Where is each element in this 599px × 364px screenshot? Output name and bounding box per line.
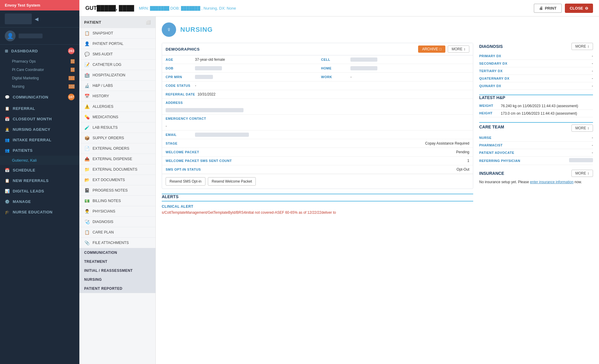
- archive-button[interactable]: ARCHIVE □: [418, 46, 445, 53]
- menu-item-physicians[interactable]: 👨‍⚕️ PHYSICIANS: [79, 206, 155, 217]
- menu-item-hospitalization[interactable]: 🏥 HOSPITALIZATION: [79, 70, 155, 81]
- alerts-section: ALERTS CLINICAL ALERT s/CottTemplateMana…: [162, 194, 473, 215]
- pharmacist-label: PHARMACIST: [479, 143, 503, 147]
- sidebar-item-pt-care[interactable]: Pt Care Coordinator 16: [0, 66, 79, 74]
- sidebar-item-patient-name[interactable]: Gutierrez, Kali: [0, 156, 79, 165]
- two-col-layout: DEMOGRAPHICS ARCHIVE □ MORE ↕: [162, 43, 593, 215]
- dashboard-badge: 283: [68, 48, 75, 54]
- nursing-gender-icon: ♀: [162, 22, 176, 37]
- menu-item-file-attachments[interactable]: 📎 FILE ATTACHMENTS: [79, 238, 155, 248]
- sidebar-item-closeout[interactable]: 📅 CLOSEOUT MONTH: [0, 114, 79, 124]
- care-team-section: CARE TEAM MORE ↕ NURSE - PHARMACIST: [479, 122, 593, 165]
- sidebar-item-intake-referral[interactable]: 👥 INTAKE REFERRAL: [0, 135, 79, 145]
- nursing-badge: 108: [69, 84, 75, 89]
- clinical-alert-text: s/CottTemplateManagement/GetTemplateById…: [162, 210, 473, 215]
- menu-item-lab-results[interactable]: 🧪 LAB RESULTS: [79, 122, 155, 133]
- sidebar-item-pharmacy-ops[interactable]: Pharmacy Ops 32: [0, 57, 79, 66]
- sidebar-item-new-referrals[interactable]: 📋 NEW REFERRALS: [0, 175, 79, 186]
- sidebar-item-schedule[interactable]: 📅 SCHEDULE: [0, 165, 79, 175]
- pt-care-badge: 16: [71, 68, 75, 72]
- code-status-empty: [317, 81, 473, 90]
- external-dispense-icon: 📤: [84, 157, 90, 161]
- welcome-packet-value: Pending: [456, 150, 469, 154]
- menu-item-care-plan[interactable]: 📋 CARE PLAN: [79, 227, 155, 238]
- avatar: 👤: [5, 31, 16, 41]
- sidebar-user-name: [19, 34, 43, 38]
- resend-sms-button[interactable]: Resend SMS Opt-in: [166, 177, 205, 186]
- medications-icon: 💊: [84, 115, 90, 119]
- menu-item-snapshot[interactable]: 📋 SNAPSHOT: [79, 28, 155, 39]
- digital-marketing-badge: 127: [69, 76, 75, 80]
- insurance-more-button[interactable]: MORE ↕: [571, 170, 593, 177]
- sidebar-item-nurse-education[interactable]: 🎓 NURSE EDUCATION: [0, 207, 79, 217]
- weight-row: WEIGHT 76.240 kg on 11/06/2023 11:44:43 …: [479, 102, 593, 110]
- sms-opt-value: Opt-Out: [456, 167, 469, 172]
- print-button[interactable]: 🖨 PRINT: [534, 4, 562, 13]
- patient-menu-header: PATIENT ⬜: [79, 16, 155, 28]
- sidebar-item-patients[interactable]: 👥 PATIENTS: [0, 145, 79, 156]
- care-team-more-button[interactable]: MORE ↕: [571, 125, 593, 132]
- patient-menu-icon: ⬜: [146, 20, 151, 25]
- sidebar-collapse-btn[interactable]: ◀: [35, 16, 38, 22]
- welcome-sms-value: 1: [467, 159, 469, 163]
- emergency-contact-cell: EMERGENCY CONTACT -: [162, 115, 473, 131]
- sidebar-item-manage[interactable]: ⚙️ MANAGE: [0, 196, 79, 207]
- nursing-title: NURSING: [180, 26, 213, 34]
- dashboard-icon: ⊞: [5, 49, 8, 53]
- menu-item-allergies[interactable]: ⚠️ ALLERGIES: [79, 101, 155, 112]
- resend-welcome-button[interactable]: Resend Welcome Packet: [208, 177, 256, 186]
- sidebar-item-dashboard[interactable]: ⊞ DASHBOARD 283: [0, 45, 79, 57]
- menu-item-sms-audit[interactable]: 💬 SMS AUDIT: [79, 49, 155, 60]
- menu-item-hap-labs[interactable]: 🔬 H&P / LABS: [79, 81, 155, 91]
- sidebar-item-referral[interactable]: 📋 REFERRAL: [0, 103, 79, 114]
- menu-item-catheter-log[interactable]: 📝 CATHETER LOG: [79, 60, 155, 70]
- menu-item-history[interactable]: 📅 HISTORY: [79, 91, 155, 101]
- sidebar-item-digital-marketing[interactable]: Digital Marketing 127: [0, 74, 79, 82]
- digital-leads-icon: 📊: [5, 189, 10, 193]
- email-label: EMAIL: [166, 133, 193, 136]
- work-label: WORK: [321, 75, 348, 79]
- secondary-dx-row: SECONDARY DX -: [479, 60, 593, 67]
- height-row: HEIGHT 173.0 cm on 11/06/2023 11:44:43 (…: [479, 110, 593, 117]
- diagnosis-more-icon: ↕: [587, 44, 589, 48]
- diagnosis-icon: 🩺: [84, 219, 90, 224]
- pharmacist-row: PHARMACIST -: [479, 142, 593, 149]
- insurance-header: INSURANCE MORE ↕: [479, 170, 593, 177]
- sidebar-item-nursing[interactable]: Nursing 108: [0, 82, 79, 91]
- menu-item-supply-orders[interactable]: 📦 SUPPLY ORDERS: [79, 133, 155, 143]
- allergies-icon: ⚠️: [84, 104, 90, 109]
- diagnosis-header: DIAGNOSIS MORE ↕: [479, 43, 593, 50]
- demographics-more-button[interactable]: MORE ↕: [448, 46, 469, 53]
- patient-advocate-label: PATIENT ADVOCATE: [479, 151, 514, 154]
- alerts-title: ALERTS: [162, 194, 473, 201]
- ext-documents-icon: 📂: [84, 178, 90, 182]
- billing-notes-icon: 💵: [84, 198, 90, 203]
- menu-item-diagnosis[interactable]: 🩺 DIAGNOSIS: [79, 217, 155, 227]
- close-button[interactable]: CLOSE ⊖: [565, 4, 593, 13]
- menu-item-external-documents[interactable]: 📁 EXTERNAL DOCUMENTS: [79, 164, 155, 175]
- enter-insurance-link[interactable]: enter insurance information: [530, 180, 573, 184]
- sidebar-item-communication[interactable]: 💬 COMMUNICATION 107: [0, 91, 79, 103]
- nurse-value: -: [592, 136, 593, 140]
- cpr-mrn-cell: CPR MRN: [162, 73, 317, 81]
- menu-item-ext-documents[interactable]: 📂 EXT DOCUMENTS: [79, 175, 155, 185]
- menu-item-medications[interactable]: 💊 MEDICATIONS: [79, 112, 155, 122]
- cpr-mrn-label: CPR MRN: [166, 75, 193, 79]
- age-value: 37-year-old female: [195, 57, 225, 62]
- referral-date-value: 10/31/2022: [197, 92, 215, 96]
- sms-opt-label: SMS OPT-IN STATUS: [166, 168, 201, 171]
- menu-item-external-dispense[interactable]: 📤 EXTERNAL DISPENSE: [79, 154, 155, 164]
- main-content: GUT█████, ████ MRN: ███████ DOB: ███████…: [79, 0, 599, 364]
- stage-label: STAGE: [166, 142, 178, 145]
- sidebar-item-digital-leads[interactable]: 📊 DIGITAL LEADS: [0, 186, 79, 196]
- home-cell: HOME: [317, 64, 473, 73]
- topbar-actions: 🖨 PRINT CLOSE ⊖: [534, 4, 593, 13]
- sidebar-item-nursing-agency[interactable]: 👩‍⚕️ NURSING AGENCY: [0, 124, 79, 135]
- menu-item-billing-notes[interactable]: 💵 BILLING NOTES: [79, 196, 155, 206]
- menu-item-progress-notes[interactable]: 📓 PROGRESS NOTES: [79, 185, 155, 196]
- menu-item-external-orders[interactable]: 📄 EXTERNAL ORDERS: [79, 143, 155, 154]
- demographics-btn-row: Resend SMS Opt-in Resend Welcome Packet: [162, 174, 473, 189]
- diagnosis-more-button[interactable]: MORE ↕: [571, 43, 593, 50]
- menu-item-patient-portal[interactable]: 👤 PATIENT PORTAL: [79, 39, 155, 49]
- archive-icon: □: [439, 47, 441, 51]
